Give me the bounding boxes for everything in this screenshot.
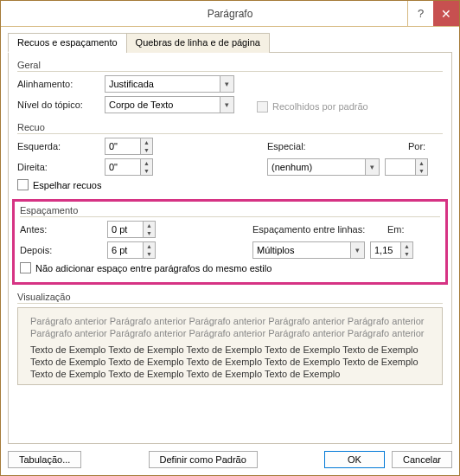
no-space-same-style-checkbox[interactable]: Não adicionar espaço entre parágrafos do…: [20, 262, 440, 273]
special-indent-combo[interactable]: (nenhum) ▾: [267, 158, 380, 176]
tab-line-breaks[interactable]: Quebras de linha e de página: [126, 33, 270, 53]
alignment-label: Alinhamento:: [17, 79, 99, 89]
tabs-button[interactable]: Tabulação...: [8, 451, 81, 468]
chevron-up-icon[interactable]: ▲: [141, 138, 152, 146]
dialog-footer: Tabulação... Definir como Padrão OK Canc…: [8, 451, 452, 468]
chevron-down-icon: ▾: [220, 76, 233, 92]
line-spacing-label: Espaçamento entre linhas:: [252, 224, 382, 235]
indent-right-label: Direita:: [17, 162, 99, 172]
chevron-up-icon[interactable]: ▲: [144, 222, 155, 229]
chevron-up-icon[interactable]: ▲: [416, 159, 427, 167]
after-label: Depois:: [20, 245, 102, 255]
indent-left-spinner[interactable]: 0" ▲▼: [105, 138, 153, 155]
close-button[interactable]: ✕: [433, 1, 459, 26]
checkbox-icon: [20, 262, 31, 273]
checkbox-icon: [257, 101, 268, 113]
group-preview-title: Visualização: [17, 292, 443, 304]
outline-level-combo[interactable]: Corpo de Texto ▾: [105, 96, 234, 113]
group-indent-title: Recuo: [17, 122, 443, 134]
indent-left-label: Esquerda:: [17, 141, 99, 151]
chevron-down-icon: ▾: [365, 159, 379, 175]
chevron-down-icon[interactable]: ▼: [401, 250, 412, 258]
group-indent: Recuo Esquerda: 0" ▲▼ Especial: Por: Dir…: [17, 122, 443, 190]
help-button[interactable]: ?: [407, 1, 433, 26]
chevron-down-icon: ▾: [350, 242, 364, 258]
chevron-up-icon[interactable]: ▲: [141, 159, 152, 167]
spacing-highlight: Espaçamento Antes: 0 pt ▲▼ Espaçamento e…: [12, 199, 448, 285]
group-spacing-title: Espaçamento: [20, 205, 440, 217]
chevron-down-icon[interactable]: ▼: [141, 167, 152, 175]
collapsed-by-default-checkbox: Recolhidos por padrão: [257, 101, 368, 113]
chevron-down-icon[interactable]: ▼: [141, 146, 152, 154]
group-general-title: Geral: [17, 60, 443, 72]
alignment-combo[interactable]: Justificada ▾: [105, 75, 234, 93]
chevron-down-icon: ▾: [220, 97, 233, 113]
after-spinner[interactable]: 6 pt ▲▼: [107, 241, 156, 259]
group-preview: Visualização Parágrafo anterior Parágraf…: [17, 292, 443, 385]
line-spacing-combo[interactable]: Múltiplos ▾: [252, 241, 365, 259]
chevron-up-icon[interactable]: ▲: [144, 242, 155, 250]
special-label: Especial:: [267, 141, 328, 151]
at-spinner[interactable]: 1,15 ▲▼: [370, 241, 413, 259]
by-label: Por:: [408, 141, 443, 151]
preview-sample-text: Texto de Exemplo Texto de Exemplo Texto …: [30, 344, 430, 381]
chevron-down-icon[interactable]: ▼: [144, 229, 155, 237]
titlebar: Parágrafo ? ✕: [1, 1, 459, 27]
group-spacing: Espaçamento Antes: 0 pt ▲▼ Espaçamento e…: [20, 205, 440, 273]
tab-indents-spacing[interactable]: Recuos e espaçamento: [8, 33, 127, 53]
chevron-down-icon[interactable]: ▼: [144, 250, 155, 258]
set-default-button[interactable]: Definir como Padrão: [149, 451, 258, 468]
checkbox-icon: [17, 179, 29, 190]
paragraph-dialog: Parágrafo ? ✕ Recuos e espaçamento Quebr…: [0, 0, 460, 476]
tab-strip: Recuos e espaçamento Quebras de linha e …: [8, 32, 452, 53]
cancel-button[interactable]: Cancelar: [392, 451, 452, 468]
window-title: Parágrafo: [208, 8, 253, 20]
group-general: Geral Alinhamento: Justificada ▾ Nível d…: [17, 60, 443, 113]
ok-button[interactable]: OK: [324, 451, 385, 468]
before-spinner[interactable]: 0 pt ▲▼: [107, 221, 156, 238]
preview-prev-paragraph: Parágrafo anterior Parágrafo anterior Pa…: [30, 315, 430, 340]
outline-label: Nível do tópico:: [17, 100, 99, 110]
preview-panel: Parágrafo anterior Parágrafo anterior Pa…: [17, 307, 443, 385]
indent-right-spinner[interactable]: 0" ▲▼: [105, 158, 153, 176]
chevron-down-icon[interactable]: ▼: [416, 167, 427, 175]
at-label: Em:: [387, 224, 413, 235]
by-spinner[interactable]: ▲▼: [385, 158, 428, 176]
before-label: Antes:: [20, 224, 102, 235]
mirror-indents-checkbox[interactable]: Espelhar recuos: [17, 179, 443, 190]
chevron-up-icon[interactable]: ▲: [401, 242, 412, 250]
